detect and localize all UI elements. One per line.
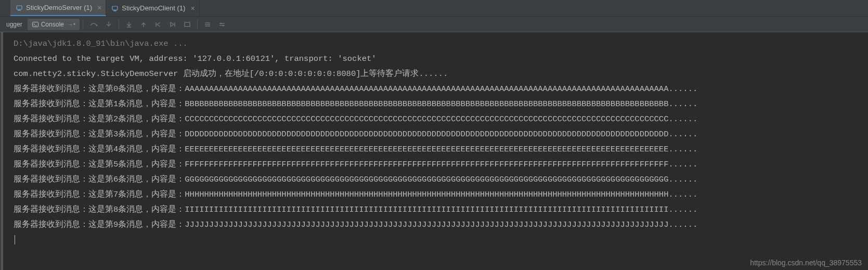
trace-current-stream-chain-icon[interactable] [201, 19, 214, 30]
svg-rect-4 [32, 22, 38, 27]
tab-label: StickyDemoServer (1) [26, 4, 92, 11]
message-line: 服务器接收到消息：这是第4条消息，内容是：EEEEEEEEEEEEEEEEEEE… [14, 142, 868, 157]
watermark: https://blog.csdn.net/qq_38975553 [750, 259, 862, 267]
console-tab-label: Console [41, 21, 64, 28]
separator [197, 20, 198, 29]
separator [119, 20, 119, 29]
message-line: 服务器接收到消息：这是第8条消息，内容是：IIIIIIIIIIIIIIIIIII… [14, 202, 868, 217]
pin-icon: →• [67, 21, 75, 28]
svg-point-16 [220, 22, 222, 24]
run-tabs-bar: StickyDemoServer (1) × StickyDemoClient … [0, 0, 868, 17]
message-line: 服务器接收到消息：这是第1条消息，内容是：BBBBBBBBBBBBBBBBBBB… [14, 97, 868, 112]
message-line: 服务器接收到消息：这是第7条消息，内容是：HHHHHHHHHHHHHHHHHHH… [14, 187, 868, 202]
close-icon[interactable]: × [190, 5, 195, 12]
console-output[interactable]: D:\java\jdk1.8.0_91\bin\java.exe ... Con… [1, 32, 868, 270]
force-step-into-icon[interactable] [122, 19, 136, 30]
console-tab[interactable]: Console →• [28, 19, 80, 30]
step-over-icon[interactable] [86, 19, 101, 30]
message-line: 服务器接收到消息：这是第5条消息，内容是：FFFFFFFFFFFFFFFFFFF… [14, 157, 868, 172]
startup-line: com.netty2.sticky.StickyDemoServer 启动成功，… [14, 67, 868, 82]
close-icon[interactable]: × [97, 4, 101, 11]
drop-frame-icon[interactable] [151, 19, 165, 30]
svg-point-6 [96, 24, 97, 26]
debugger-tab[interactable]: ugger [2, 19, 27, 30]
step-into-icon[interactable] [102, 19, 115, 30]
debug-toolbar: ugger Console →• [0, 17, 868, 32]
vm-connected-line: Connected to the target VM, address: '12… [14, 52, 868, 67]
tab-label: StickyDemoClient (1) [122, 4, 185, 12]
svg-point-17 [222, 24, 224, 26]
caret-line [14, 233, 868, 248]
separator [83, 20, 83, 29]
svg-rect-0 [17, 6, 22, 9]
message-line: 服务器接收到消息：这是第2条消息，内容是：CCCCCCCCCCCCCCCCCCC… [14, 112, 868, 127]
svg-rect-3 [113, 10, 116, 11]
tab-client[interactable]: StickyDemoClient (1) × [106, 0, 199, 16]
settings-icon[interactable] [215, 19, 229, 30]
svg-rect-10 [185, 22, 190, 27]
message-line: 服务器接收到消息：这是第6条消息，内容是：GGGGGGGGGGGGGGGGGGG… [14, 172, 868, 187]
message-line: 服务器接收到消息：这是第9条消息，内容是：JJJJJJJJJJJJJJJJJJJ… [14, 217, 868, 233]
console-icon [32, 21, 39, 28]
run-config-icon [111, 5, 119, 12]
svg-rect-1 [18, 10, 21, 11]
evaluate-expression-icon[interactable] [180, 19, 194, 30]
message-line: 服务器接收到消息：这是第0条消息，内容是：AAAAAAAAAAAAAAAAAAA… [14, 82, 868, 97]
svg-rect-2 [112, 6, 118, 10]
message-line: 服务器接收到消息：这是第3条消息，内容是：DDDDDDDDDDDDDDDDDDD… [14, 127, 868, 142]
step-out-icon[interactable] [137, 19, 150, 30]
tab-server[interactable]: StickyDemoServer (1) × [10, 0, 106, 16]
run-config-icon [16, 4, 23, 11]
command-line: D:\java\jdk1.8.0_91\bin\java.exe ... [14, 36, 868, 52]
run-to-cursor-icon[interactable] [166, 19, 179, 30]
